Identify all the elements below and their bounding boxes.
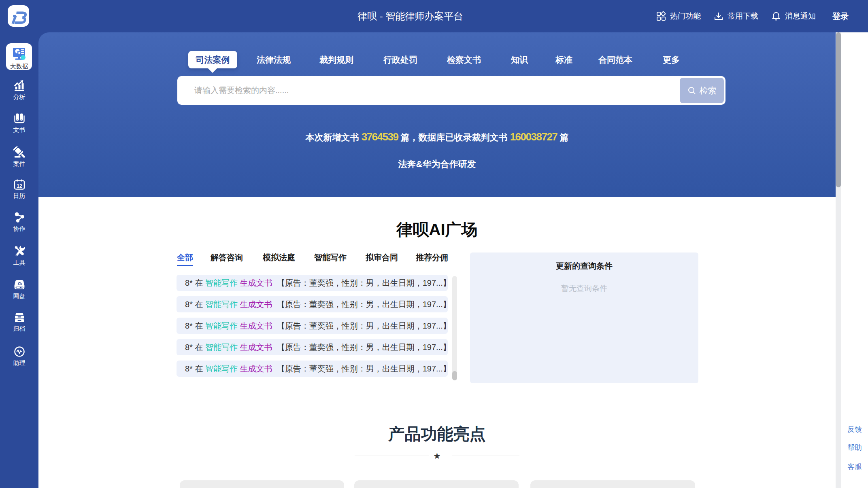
svg-text:12: 12 xyxy=(17,183,22,189)
